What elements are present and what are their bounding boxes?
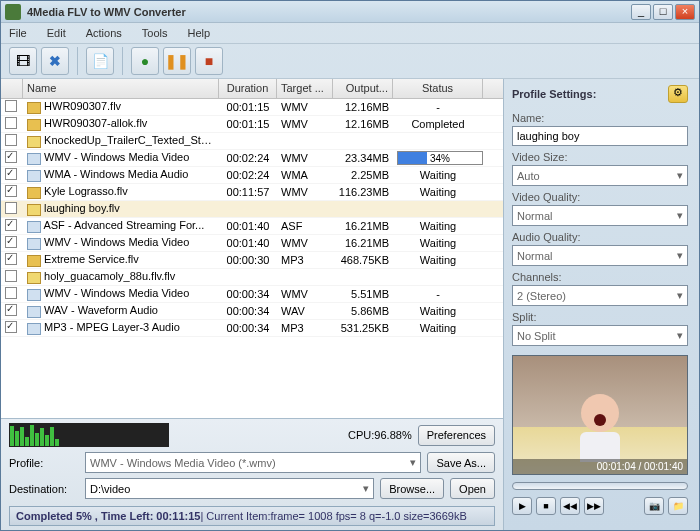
table-row[interactable]: MP3 - MPEG Layer-3 Audio00:00:34MP3531.2… bbox=[1, 320, 503, 337]
file-icon bbox=[27, 102, 41, 114]
row-checkbox[interactable] bbox=[5, 219, 17, 231]
table-row[interactable]: WMA - Windows Media Audio00:02:24WMA2.25… bbox=[1, 167, 503, 184]
row-checkbox[interactable] bbox=[5, 151, 17, 163]
advanced-settings-button[interactable]: ⚙ bbox=[668, 85, 688, 103]
menubar: File Edit Actions Tools Help bbox=[1, 23, 699, 43]
row-checkbox[interactable] bbox=[5, 287, 17, 299]
row-checkbox[interactable] bbox=[5, 117, 17, 129]
col-checkbox[interactable] bbox=[1, 79, 23, 98]
settings-title: Profile Settings: bbox=[512, 88, 596, 100]
player-next-button[interactable]: ▶▶ bbox=[584, 497, 604, 515]
preferences-button[interactable]: Preferences bbox=[418, 425, 495, 446]
destination-combo[interactable] bbox=[85, 478, 374, 499]
player-play-button[interactable]: ▶ bbox=[512, 497, 532, 515]
row-checkbox[interactable] bbox=[5, 270, 17, 282]
table-row[interactable]: KnockedUp_TrailerC_Texted_Ster... bbox=[1, 133, 503, 150]
bottom-panel: CPU:96.88% Preferences Profile: WMV - Wi… bbox=[1, 418, 503, 530]
table-row[interactable]: Extreme Service.flv00:00:30MP3468.75KBWa… bbox=[1, 252, 503, 269]
name-label: Name: bbox=[512, 112, 688, 124]
menu-help[interactable]: Help bbox=[187, 27, 210, 39]
maximize-button[interactable]: □ bbox=[653, 4, 673, 20]
row-checkbox[interactable] bbox=[5, 185, 17, 197]
stop-button[interactable]: ■ bbox=[195, 47, 223, 75]
seek-slider[interactable] bbox=[512, 482, 688, 490]
close-button[interactable]: × bbox=[675, 4, 695, 20]
file-icon bbox=[27, 255, 41, 267]
video-quality-combo[interactable]: Normal bbox=[512, 205, 688, 226]
file-icon bbox=[27, 323, 41, 335]
table-row[interactable]: HWR090307-allok.flv00:01:15WMV12.16MBCom… bbox=[1, 116, 503, 133]
browse-button[interactable]: Browse... bbox=[380, 478, 444, 499]
col-duration[interactable]: Duration bbox=[219, 79, 277, 98]
row-checkbox[interactable] bbox=[5, 253, 17, 265]
destination-label: Destination: bbox=[9, 483, 79, 495]
table-row[interactable]: WAV - Waveform Audio00:00:34WAV5.86MBWai… bbox=[1, 303, 503, 320]
titlebar[interactable]: 4Media FLV to WMV Converter _ □ × bbox=[1, 1, 699, 23]
audio-quality-label: Audio Quality: bbox=[512, 231, 688, 243]
file-icon bbox=[27, 238, 41, 250]
minimize-button[interactable]: _ bbox=[631, 4, 651, 20]
split-combo[interactable]: No Split bbox=[512, 325, 688, 346]
add-profile-button[interactable]: 📄 bbox=[86, 47, 114, 75]
col-output[interactable]: Output... bbox=[333, 79, 393, 98]
table-row[interactable]: laughing boy.flv bbox=[1, 201, 503, 218]
preview-panel: 00:01:04 / 00:01:40 bbox=[512, 355, 688, 475]
separator-icon bbox=[77, 47, 78, 75]
table-row[interactable]: WMV - Windows Media Video00:02:24WMV23.3… bbox=[1, 150, 503, 167]
folder-icon bbox=[27, 204, 41, 216]
snapshot-folder-button[interactable]: 📁 bbox=[668, 497, 688, 515]
file-icon bbox=[27, 289, 41, 301]
folder-icon bbox=[27, 272, 41, 284]
list-header: Name Duration Target ... Output... Statu… bbox=[1, 79, 503, 99]
split-label: Split: bbox=[512, 311, 688, 323]
row-checkbox[interactable] bbox=[5, 202, 17, 214]
file-icon bbox=[27, 187, 41, 199]
col-name[interactable]: Name bbox=[23, 79, 219, 98]
row-checkbox[interactable] bbox=[5, 304, 17, 316]
col-target[interactable]: Target ... bbox=[277, 79, 333, 98]
file-icon bbox=[27, 119, 41, 131]
file-icon bbox=[27, 306, 41, 318]
status-bar: Completed 5% , Time Left: 00:11:15 | Cur… bbox=[9, 506, 495, 526]
add-file-button[interactable]: 🎞 bbox=[9, 47, 37, 75]
table-row[interactable]: ASF - Advanced Streaming For...00:01:40A… bbox=[1, 218, 503, 235]
window-title: 4Media FLV to WMV Converter bbox=[27, 6, 631, 18]
audio-quality-combo[interactable]: Normal bbox=[512, 245, 688, 266]
menu-edit[interactable]: Edit bbox=[47, 27, 66, 39]
row-checkbox[interactable] bbox=[5, 321, 17, 333]
start-button[interactable]: ● bbox=[131, 47, 159, 75]
save-as-button[interactable]: Save As... bbox=[427, 452, 495, 473]
row-checkbox[interactable] bbox=[5, 236, 17, 248]
table-row[interactable]: holy_guacamoly_88u.flv.flv bbox=[1, 269, 503, 286]
table-row[interactable]: WMV - Windows Media Video00:01:40WMV16.2… bbox=[1, 235, 503, 252]
list-body[interactable]: HWR090307.flv00:01:15WMV12.16MB- HWR0903… bbox=[1, 99, 503, 418]
channels-label: Channels: bbox=[512, 271, 688, 283]
app-window: 4Media FLV to WMV Converter _ □ × File E… bbox=[0, 0, 700, 531]
name-input[interactable] bbox=[512, 126, 688, 146]
app-icon bbox=[5, 4, 21, 20]
row-checkbox[interactable] bbox=[5, 100, 17, 112]
table-row[interactable]: WMV - Windows Media Video00:00:34WMV5.51… bbox=[1, 286, 503, 303]
table-row[interactable]: HWR090307.flv00:01:15WMV12.16MB- bbox=[1, 99, 503, 116]
menu-file[interactable]: File bbox=[9, 27, 27, 39]
profile-settings-pane: Profile Settings: ⚙ Name: Video Size: Au… bbox=[504, 79, 696, 530]
snapshot-button[interactable]: 📷 bbox=[644, 497, 664, 515]
destination-input[interactable] bbox=[90, 483, 355, 495]
row-checkbox[interactable] bbox=[5, 134, 17, 146]
col-status[interactable]: Status bbox=[393, 79, 483, 98]
file-list-pane: Name Duration Target ... Output... Statu… bbox=[1, 79, 504, 530]
player-stop-button[interactable]: ■ bbox=[536, 497, 556, 515]
remove-button[interactable]: ✖ bbox=[41, 47, 69, 75]
pause-button[interactable]: ❚❚ bbox=[163, 47, 191, 75]
open-button[interactable]: Open bbox=[450, 478, 495, 499]
channels-combo[interactable]: 2 (Stereo) bbox=[512, 285, 688, 306]
video-size-combo[interactable]: Auto bbox=[512, 165, 688, 186]
row-checkbox[interactable] bbox=[5, 168, 17, 180]
menu-tools[interactable]: Tools bbox=[142, 27, 168, 39]
profile-combo[interactable]: WMV - Windows Media Video (*.wmv) bbox=[85, 452, 421, 473]
file-icon bbox=[27, 221, 41, 233]
menu-actions[interactable]: Actions bbox=[86, 27, 122, 39]
profile-label: Profile: bbox=[9, 457, 79, 469]
table-row[interactable]: Kyle Lograsso.flv00:11:57WMV116.23MBWait… bbox=[1, 184, 503, 201]
player-prev-button[interactable]: ◀◀ bbox=[560, 497, 580, 515]
